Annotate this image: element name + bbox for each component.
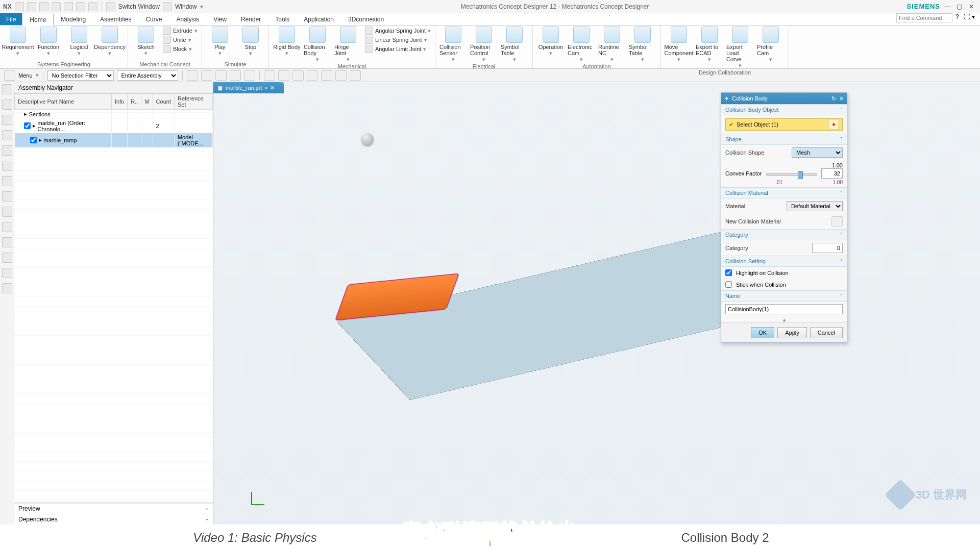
- ribbon-angular-limit-joint[interactable]: Angular Limit Joint ▾: [365, 45, 431, 53]
- minimize-icon[interactable]: —: [944, 3, 952, 10]
- tab-render[interactable]: Render: [234, 13, 268, 25]
- tab-analysis[interactable]: Analysis: [169, 13, 206, 25]
- nav-col[interactable]: Info: [112, 94, 128, 110]
- tb-icon[interactable]: [292, 70, 304, 81]
- ribbon-hinge-joint[interactable]: Hinge Joint▾: [334, 27, 362, 63]
- tb-icon[interactable]: [321, 70, 332, 81]
- category-input[interactable]: [812, 243, 843, 253]
- ribbon-symbol-table[interactable]: Symbol Table▾: [629, 27, 656, 63]
- strip-icon[interactable]: [2, 130, 12, 140]
- section-name[interactable]: Name˄: [721, 290, 847, 302]
- section-material[interactable]: Collision Material˄: [721, 187, 847, 198]
- name-input[interactable]: [725, 304, 843, 314]
- strip-icon[interactable]: [2, 222, 12, 232]
- tb-icon[interactable]: [187, 70, 198, 81]
- strip-icon[interactable]: [2, 99, 12, 110]
- ribbon-angular-spring-joint[interactable]: Angular Spring Joint ▾: [365, 27, 431, 35]
- strip-icon[interactable]: [2, 176, 12, 186]
- ribbon-collision-body[interactable]: Collision Body▾: [304, 27, 331, 63]
- dependencies-section[interactable]: Dependencies⌄: [14, 514, 213, 524]
- ribbon-extrude[interactable]: Extrude ▾: [163, 27, 198, 35]
- tab-close-icon[interactable]: ✕: [270, 85, 275, 91]
- find-command-input[interactable]: [896, 13, 952, 22]
- ribbon-symbol-table[interactable]: Symbol Table▾: [501, 27, 528, 63]
- ribbon-requirement[interactable]: Requirement▾: [4, 27, 32, 57]
- highlight-checkbox[interactable]: [725, 269, 732, 276]
- ok-button[interactable]: OK: [751, 327, 774, 338]
- tab-3dconnexion[interactable]: 3Dconnexion: [341, 13, 391, 25]
- preview-section[interactable]: Preview⌄: [14, 503, 213, 514]
- ribbon-runtime-nc[interactable]: Runtime NC▾: [598, 27, 626, 63]
- nav-check[interactable]: [24, 122, 31, 129]
- nav-check[interactable]: [30, 137, 37, 143]
- ribbon-play[interactable]: Play▾: [206, 27, 234, 57]
- ribbon-profile-cam[interactable]: Profile Cam▾: [757, 27, 785, 63]
- tb-icon[interactable]: [307, 70, 318, 81]
- dialog-reset-icon[interactable]: ↻: [831, 95, 836, 102]
- nav-row[interactable]: ▸marble_run (Order: Chronolo...2: [15, 119, 213, 133]
- window-icon[interactable]: [163, 2, 172, 11]
- nav-col[interactable]: R..: [128, 94, 141, 110]
- convex-factor-input[interactable]: [821, 168, 843, 179]
- selection-filter-select[interactable]: No Selection Filter: [47, 70, 114, 81]
- ribbon-export-load-curve[interactable]: Export Load Curve▾: [726, 27, 754, 69]
- tab-pin-icon[interactable]: ▫: [265, 85, 267, 91]
- stick-checkbox[interactable]: [725, 281, 732, 288]
- tab-home[interactable]: Home: [22, 14, 54, 26]
- section-shape[interactable]: Shape˄: [721, 134, 847, 145]
- strip-icon[interactable]: [2, 283, 12, 293]
- switch-window-icon[interactable]: [106, 2, 115, 11]
- tb-icon[interactable]: [201, 70, 212, 81]
- close-icon[interactable]: ✕: [969, 3, 977, 10]
- qat-save-icon[interactable]: [15, 2, 24, 11]
- viewport[interactable]: ▣ marble_run.prt ▫ ✕ ✦ Collision Body ↻ …: [213, 82, 980, 524]
- material-select[interactable]: Default Material: [787, 201, 843, 211]
- ribbon-collision-sensor[interactable]: Collision Sensor▾: [439, 27, 467, 63]
- tab-file[interactable]: File: [0, 13, 22, 25]
- qat-copy-icon[interactable]: [64, 2, 73, 11]
- strip-icon[interactable]: [2, 268, 12, 278]
- convex-factor-slider[interactable]: [766, 173, 817, 176]
- nav-col[interactable]: Descriptive Part Name: [15, 94, 112, 110]
- tab-application[interactable]: Application: [297, 13, 341, 25]
- cancel-button[interactable]: Cancel: [810, 327, 843, 338]
- strip-icon[interactable]: [2, 115, 12, 125]
- tb-icon[interactable]: [215, 70, 227, 81]
- switch-window-label[interactable]: Switch Window: [118, 3, 160, 10]
- menu-label[interactable]: Menu: [18, 72, 33, 79]
- tb-icon[interactable]: [335, 70, 347, 81]
- tab-tools[interactable]: Tools: [268, 13, 297, 25]
- strip-icon[interactable]: [2, 191, 12, 202]
- nav-row[interactable]: ▸marble_rampModel ("MODE...: [15, 133, 213, 147]
- maximize-icon[interactable]: ▢: [957, 3, 965, 10]
- section-category[interactable]: Category˄: [721, 229, 847, 240]
- strip-icon[interactable]: [2, 237, 12, 247]
- nav-col[interactable]: M: [141, 94, 153, 110]
- ribbon-export-to-ecad[interactable]: Export to ECAD▾: [696, 27, 723, 63]
- tab-curve[interactable]: Curve: [138, 13, 169, 25]
- strip-icon[interactable]: [2, 84, 12, 94]
- dialog-gear-icon[interactable]: ✦: [724, 95, 729, 102]
- marble-ball[interactable]: [361, 133, 374, 145]
- tb-icon[interactable]: [244, 70, 255, 81]
- qat-more-icon[interactable]: [88, 2, 97, 11]
- ribbon-dependency[interactable]: Dependency▾: [96, 27, 124, 57]
- qat-cut-icon[interactable]: [52, 2, 61, 11]
- tab-assemblies[interactable]: Assemblies: [93, 13, 138, 25]
- apply-button[interactable]: Apply: [777, 327, 807, 338]
- menu-icon[interactable]: [4, 70, 15, 81]
- strip-icon[interactable]: [2, 161, 12, 171]
- select-object-button[interactable]: ✔ Select Object (1) ✦: [725, 118, 843, 131]
- section-object[interactable]: Collision Body Object˄: [721, 104, 847, 115]
- qat-undo-icon[interactable]: [27, 2, 36, 11]
- ribbon-linear-spring-joint[interactable]: Linear Spring Joint ▾: [365, 36, 431, 44]
- collision-shape-select[interactable]: Mesh: [792, 147, 843, 158]
- strip-icon[interactable]: [2, 253, 12, 263]
- ribbon-logical[interactable]: Logical▾: [65, 27, 93, 57]
- tb-icon[interactable]: [350, 70, 361, 81]
- ribbon-move-component[interactable]: Move Component▾: [665, 27, 693, 63]
- expand-icon[interactable]: ▴: [721, 317, 847, 322]
- qat-paste-icon[interactable]: [76, 2, 85, 11]
- selection-scope-select[interactable]: Entire Assembly: [117, 70, 178, 81]
- nav-col[interactable]: Reference Set: [174, 94, 212, 110]
